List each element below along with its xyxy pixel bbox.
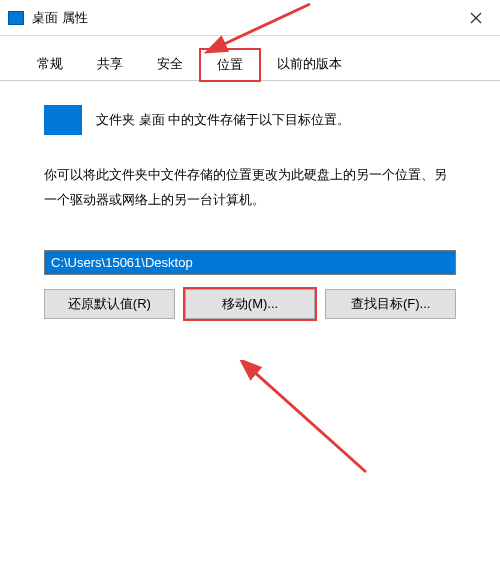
titlebar: 桌面 属性 [0,0,500,36]
folder-description: 文件夹 桌面 中的文件存储于以下目标位置。 [96,111,350,129]
tab-general[interactable]: 常规 [20,48,80,80]
close-icon [470,12,482,24]
location-description: 你可以将此文件夹中文件存储的位置更改为此硬盘上的另一个位置、另一个驱动器或网络上… [44,163,456,212]
tab-sharing[interactable]: 共享 [80,48,140,80]
button-row: 还原默认值(R) 移动(M)... 查找目标(F)... [44,289,456,319]
find-target-button[interactable]: 查找目标(F)... [325,289,456,319]
content-area: 文件夹 桌面 中的文件存储于以下目标位置。 你可以将此文件夹中文件存储的位置更改… [0,81,500,339]
tab-security[interactable]: 安全 [140,48,200,80]
move-button[interactable]: 移动(M)... [185,289,316,319]
folder-row: 文件夹 桌面 中的文件存储于以下目标位置。 [44,105,456,135]
restore-default-button[interactable]: 还原默认值(R) [44,289,175,319]
desktop-folder-icon [44,105,82,135]
close-button[interactable] [452,0,500,36]
svg-line-3 [252,370,366,472]
annotation-arrow-move [238,360,378,480]
tab-location[interactable]: 位置 [200,49,260,81]
window-title: 桌面 属性 [32,9,452,27]
window-icon [8,11,24,25]
tab-bar: 常规 共享 安全 位置 以前的版本 [0,36,500,81]
tab-previous-versions[interactable]: 以前的版本 [260,48,359,80]
path-input[interactable] [44,250,456,275]
